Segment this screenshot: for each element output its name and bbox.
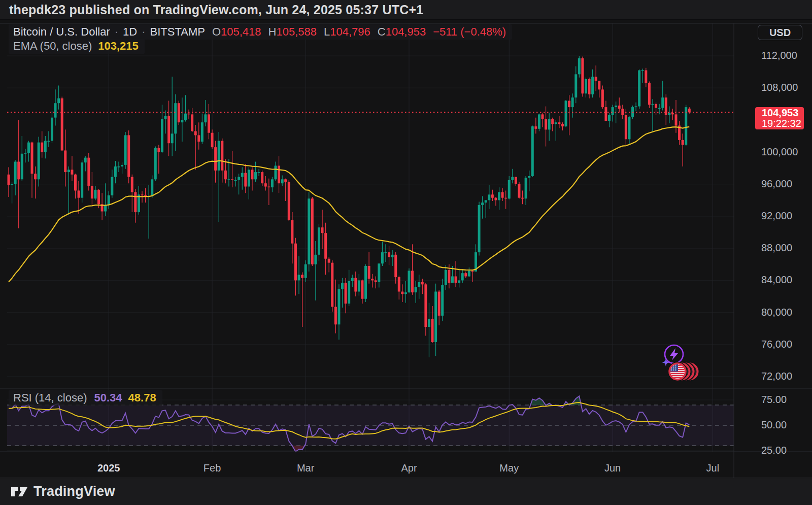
- time-axis-label: 2025: [97, 462, 120, 474]
- price-axis-label: 80,000: [761, 307, 792, 318]
- rsi-band: [7, 405, 734, 446]
- price-axis-label: 72,000: [761, 371, 792, 382]
- publish-text: thepdk23 published on TradingView.com, J…: [9, 3, 423, 17]
- symbol-title: Bitcoin / U.S. Dollar: [13, 25, 110, 39]
- time-axis-label: Mar: [297, 462, 314, 474]
- currency-toggle-button[interactable]: USD: [758, 25, 802, 40]
- price-axis-label: 96,000: [761, 178, 792, 190]
- separator-dot: ·: [142, 25, 145, 39]
- price-axis-label: 112,000: [761, 50, 797, 61]
- ohlc-open: O105,418: [212, 25, 261, 39]
- candlestick-layer: [8, 56, 691, 357]
- time-axis-label: Jul: [706, 462, 720, 474]
- ema-title: EMA (50, close): [13, 40, 92, 53]
- ema-value: 103,215: [98, 40, 139, 53]
- change-label: −511 (−0.48%): [433, 25, 506, 39]
- last-price-badge: 104,953 19:22:32: [755, 107, 804, 129]
- time-axis-label: Jun: [604, 462, 621, 474]
- exchange-label: BITSTAMP: [150, 25, 205, 39]
- ohlc-high: H105,588: [268, 25, 317, 39]
- ema-legend[interactable]: EMA (50, close) 103,215: [9, 39, 145, 54]
- time-axis-label: Feb: [204, 462, 221, 474]
- footer-bar: TradingView: [0, 478, 812, 505]
- rsi-axis-label: 75.00: [761, 394, 787, 406]
- tradingview-logo-icon[interactable]: [10, 484, 28, 499]
- rsi-axis-label: 25.00: [761, 445, 787, 456]
- price-axis-label: 88,000: [761, 242, 792, 254]
- ohlc-close: C104,953: [378, 25, 426, 39]
- rsi-title: RSI (14, close): [13, 391, 87, 405]
- interval-label: 1D: [123, 25, 137, 39]
- rsi-legend[interactable]: RSI (14, close) 50.34 48.78: [9, 390, 162, 406]
- bar-countdown: 19:22:32: [762, 118, 804, 129]
- ema-line: [9, 127, 689, 282]
- price-axis-label: 92,000: [761, 210, 792, 222]
- publish-bar: thepdk23 published on TradingView.com, J…: [0, 0, 812, 20]
- time-axis-label: Apr: [401, 462, 417, 474]
- price-axis-label: 100,000: [761, 146, 798, 158]
- price-axis-label: 108,000: [761, 82, 798, 93]
- time-axis-label: May: [499, 462, 519, 474]
- tradingview-brand-text[interactable]: TradingView: [33, 484, 115, 499]
- tradingview-snapshot: thepdk23 published on TradingView.com, J…: [0, 0, 812, 505]
- symbol-legend[interactable]: Bitcoin / U.S. Dollar · 1D · BITSTAMP O1…: [9, 24, 512, 40]
- ohlc-low: L104,796: [324, 25, 370, 39]
- us-flag-coins-icon: [668, 362, 699, 381]
- price-axis-label: 76,000: [761, 339, 792, 350]
- rsi-value: 50.34: [94, 391, 122, 405]
- last-price-value: 104,953: [762, 108, 804, 118]
- chart-canvas[interactable]: [0, 0, 812, 505]
- price-axis-label: 84,000: [761, 274, 792, 286]
- separator-dot: ·: [115, 25, 118, 39]
- grid-layer: [7, 23, 734, 452]
- rsi-axis-label: 50.00: [761, 419, 787, 431]
- rsi-ma-value: 48.78: [128, 391, 156, 405]
